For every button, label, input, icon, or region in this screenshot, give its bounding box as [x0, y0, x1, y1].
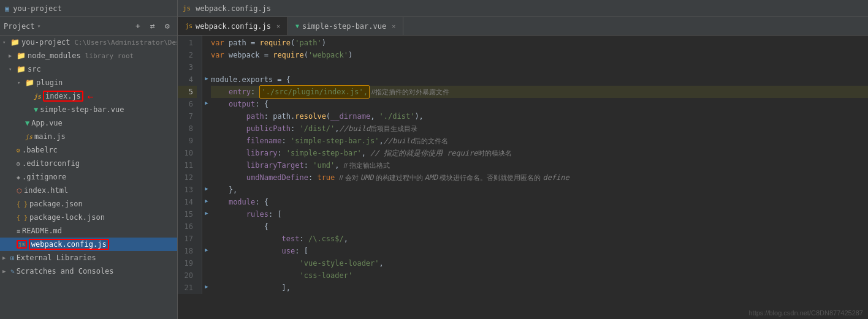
g20 [202, 268, 211, 280]
tree-package-lock[interactable]: { } package-lock.json [0, 211, 177, 224]
code-line-1: var path = require('path') [211, 37, 868, 49]
code-line-10: library: 'simple-step-bar', // 指定的就是你使用 … [211, 147, 868, 159]
ln-5: 5 [178, 86, 197, 98]
tree-index-js[interactable]: js index.js ← [0, 89, 177, 103]
g19 [202, 256, 211, 268]
project-title: you-project [13, 4, 61, 13]
g13: ▶ [202, 182, 211, 195]
code-line-13: }, [211, 184, 868, 196]
tab-webpack-config[interactable]: js webpack.config.js ✕ [178, 17, 288, 35]
tree-scratches[interactable]: ▶ ✎ Scratches and Consoles [0, 265, 177, 278]
app-label: App.vue [31, 119, 63, 127]
settings-button[interactable]: ⚙ [161, 20, 173, 32]
plugin-icon: 📁 [25, 78, 34, 87]
tree-gitignore[interactable]: ◈ .gitignore [0, 170, 177, 184]
g11 [202, 158, 211, 170]
scratch-label: Scratches and Consoles [17, 267, 114, 276]
tree-babelrc[interactable]: ⚙ .babelrc [0, 143, 177, 157]
ln-8: 8 [178, 122, 197, 135]
tab-vue-close[interactable]: ✕ [392, 23, 395, 29]
tree-webpack-config[interactable]: js webpack.config.js [0, 238, 177, 251]
top-toolbar: Project ▾ + ⇄ ⚙ js webpack.config.js ✕ ▼… [0, 17, 868, 36]
ln-18: 18 [178, 245, 197, 257]
ln-11: 11 [178, 159, 197, 171]
app-icon: ▼ [25, 119, 29, 127]
scratch-icon: ✎ [10, 268, 15, 276]
g18: ▶ [202, 244, 211, 256]
tree-src[interactable]: ▾ 📁 src [0, 62, 177, 76]
ln-10: 10 [178, 147, 197, 159]
tree-external-libs[interactable]: ▶ ⊞ External Libraries [0, 251, 177, 265]
g5 [202, 84, 211, 97]
ssb-label: simple-step-bar.vue [40, 105, 124, 114]
ln-16: 16 [178, 220, 197, 233]
ln-21: 21 [178, 282, 197, 294]
g9 [202, 133, 211, 146]
ln-1: 1 [178, 37, 197, 49]
tree-plugin[interactable]: ▾ 📁 plugin [0, 76, 177, 89]
readme-icon: ≡ [17, 228, 20, 235]
ln-15: 15 [178, 208, 197, 220]
sync-button[interactable]: ⇄ [147, 20, 159, 32]
tree-editorconfig[interactable]: ⚙ .editorconfig [0, 157, 177, 170]
g14: ▶ [202, 195, 211, 207]
gitignore-icon: ◈ [17, 174, 20, 181]
gitignore-label: .gitignore [22, 173, 66, 181]
ln-17: 17 [178, 233, 197, 245]
code-line-18: use: [ [211, 245, 868, 257]
tree-readme[interactable]: ≡ README.md [0, 224, 177, 238]
tab-webpack-label: webpack.config.js [196, 22, 271, 31]
node-modules-icon: 📁 [17, 51, 26, 60]
lock-icon: { } [17, 214, 28, 221]
code-lines: var path = require('path') var webpack =… [211, 36, 868, 294]
tab-webpack-close[interactable]: ✕ [276, 23, 280, 29]
red-arrow: ← [88, 91, 94, 102]
tree-node-modules[interactable]: ▶ 📁 node_modules library root [0, 49, 177, 62]
main-js-label: main.js [34, 132, 66, 141]
index-js-icon: js [34, 93, 41, 100]
root-arrow: ▾ [2, 39, 9, 45]
ext-label: External Libraries [17, 253, 96, 262]
code-line-16: { [211, 220, 868, 233]
g21: ▶ [202, 280, 211, 293]
tree-package-json[interactable]: { } package.json [0, 197, 177, 211]
src-icon: 📁 [17, 65, 26, 73]
scratch-arrow: ▶ [2, 268, 9, 274]
ln-7: 7 [178, 110, 197, 122]
tree-root[interactable]: ▾ 📁 you-project C:\Users\Administrator\D… [0, 36, 177, 49]
tree-simple-step-bar[interactable]: ▼ simple-step-bar.vue [0, 103, 177, 116]
js-file-icon: js [183, 4, 191, 12]
code-line-2: var webpack = require('webpack') [211, 49, 868, 61]
code-line-17: test: /\.css$/, [211, 233, 868, 245]
code-line-5: entry: './src/plugin/index.js', //指定插件的对… [211, 86, 868, 98]
tab-simple-step-bar[interactable]: ▼ simple-step-bar.vue ✕ [288, 17, 403, 35]
code-line-15: rules: [ [211, 208, 868, 220]
project-dropdown-arrow[interactable]: ▾ [37, 23, 41, 29]
webpack-js-icon: js [17, 240, 27, 249]
ln-9: 9 [178, 135, 197, 147]
tree-app-vue[interactable]: ▼ App.vue [0, 116, 177, 130]
babelrc-label: .babelrc [22, 146, 58, 154]
project-icon: ▣ [5, 4, 9, 13]
g6: ▶ [202, 97, 211, 109]
project-label: Project [4, 22, 35, 31]
node-modules-sub: library root [85, 52, 134, 60]
code-line-20: 'css-loader' [211, 269, 868, 282]
project-toolbar: Project ▾ + ⇄ ⚙ [0, 17, 178, 35]
ln-2: 2 [178, 49, 197, 61]
title-bar: ▣ you-project js webpack.config.js [0, 0, 868, 17]
html-label: index.html [24, 186, 68, 195]
title-left: ▣ you-project [0, 0, 178, 17]
code-line-6: output: { [211, 98, 868, 110]
tree-index-html[interactable]: ⬡ index.html [0, 184, 177, 197]
tree-main-js[interactable]: js main.js [0, 130, 177, 143]
html-icon: ⬡ [17, 187, 22, 194]
ln-20: 20 [178, 269, 197, 282]
g3 [202, 60, 211, 72]
code-editor[interactable]: 1 2 3 4 5 6 7 8 9 10 11 12 13 14 15 16 1… [178, 36, 868, 319]
ln-19: 19 [178, 257, 197, 269]
add-button[interactable]: + [132, 20, 144, 32]
ln-6: 6 [178, 98, 197, 110]
code-line-3 [211, 61, 868, 73]
code-line-9: filename: 'simple-step-bar.js',//build后的… [211, 135, 868, 147]
